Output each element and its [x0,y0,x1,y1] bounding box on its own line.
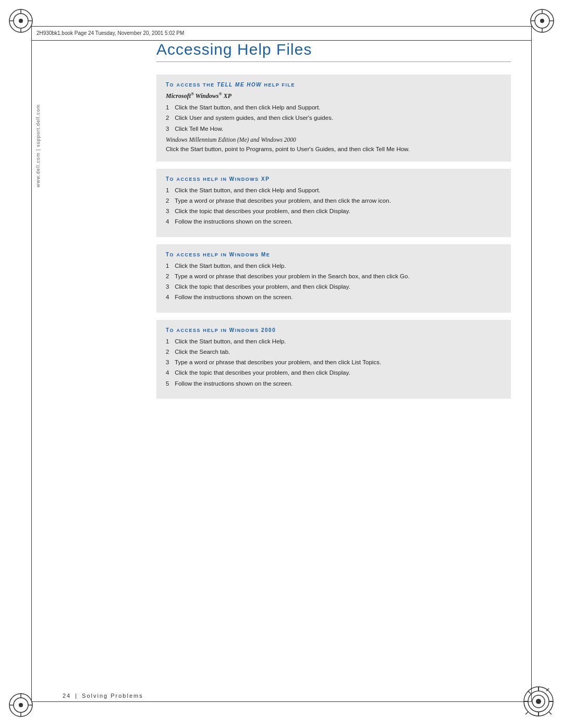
step-item: 1 Click the Start button, and then click… [166,186,501,195]
section-tell-me-how: TO ACCESS THE Tell Me How HELP FILE Micr… [156,75,511,162]
step-item: 1 Click the Start button, and then click… [166,103,501,112]
footer: 24 | Solving Problems [63,693,511,699]
corner-decoration-tr [529,7,556,36]
windows-2000-steps: 1 Click the Start button, and then click… [166,337,501,388]
step-item: 2 Click the Search tab. [166,348,501,356]
svg-point-24 [536,699,541,704]
corner-decoration-tl [7,7,34,36]
step-item: 2 Click User and system guides, and then… [166,114,501,122]
step-item: 3 Click the topic that describes your pr… [166,207,501,216]
corner-decoration-bl [7,692,34,721]
header-bar: 2H930bk1.book Page 24 Tuesday, November … [31,26,532,41]
step-item: 4 Follow the instructions shown on the s… [166,293,501,302]
section-header-tell-me-how: TO ACCESS THE Tell Me How HELP FILE [166,82,501,88]
section-header-windows-me: TO ACCESS HELP IN WINDOWS ME [166,252,501,257]
section-windows-me: TO ACCESS HELP IN WINDOWS ME 1 Click the… [156,244,511,313]
footer-page-num: 24 [63,693,71,699]
section-windows-2000: TO ACCESS HELP IN WINDOWS 2000 1 Click t… [156,320,511,399]
svg-line-32 [549,712,552,714]
section-header-windows-2000: TO ACCESS HELP IN WINDOWS 2000 [166,327,501,333]
header-file-text: 2H930bk1.book Page 24 Tuesday, November … [36,30,184,36]
border-left [31,26,32,702]
subsection-xp-label: Microsoft® Windows® XP [166,92,501,100]
tell-me-how-body-text: Click the Start button, point to Program… [166,145,501,154]
corner-decoration-br [521,684,556,721]
footer-section: Solving Problems [82,693,143,699]
main-content: Accessing Help Files TO ACCESS THE Tell … [156,41,511,676]
sidebar-text: www.dell.com | support.dell.com [35,104,41,187]
step-item: 5 Follow the instructions shown on the s… [166,379,501,388]
italic-section-me-2000: Windows Millennium Edition (Me) and Wind… [166,137,501,143]
footer-separator: | [75,693,78,699]
header-suffix: HELP FILE [262,82,295,88]
step-item: 2 Type a word or phrase that describes y… [166,272,501,281]
step-item: 1 Click the Start button, and then click… [166,262,501,270]
svg-point-2 [19,19,23,23]
step-item: 2 Type a word or phrase that describes y… [166,196,501,205]
page-title: Accessing Help Files [156,41,511,62]
windows-xp-steps: 1 Click the Start button, and then click… [166,186,501,227]
step-item: 4 Follow the instructions shown on the s… [166,217,501,226]
step-item: 3 Type a word or phrase that describes y… [166,358,501,367]
svg-point-9 [540,19,544,23]
step-item: 1 Click the Start button, and then click… [166,337,501,346]
step-item: 4 Click the topic that describes your pr… [166,368,501,377]
step-item: 3 Click Tell Me How. [166,125,501,133]
border-right [531,26,532,702]
section-windows-xp: TO ACCESS HELP IN WINDOWS XP 1 Click the… [156,169,511,237]
tell-me-how-italic: Tell Me How [217,82,262,88]
windows-me-steps: 1 Click the Start button, and then click… [166,262,501,302]
svg-point-16 [19,703,23,707]
header-prefix: TO ACCESS THE [166,82,217,88]
border-bottom [31,701,532,702]
svg-line-29 [528,691,531,694]
tell-me-how-xp-steps: 1 Click the Start button, and then click… [166,103,501,133]
step-item: 3 Click the topic that describes your pr… [166,282,501,291]
section-header-windows-xp: TO ACCESS HELP IN WINDOWS XP [166,176,501,182]
svg-line-31 [525,712,528,714]
